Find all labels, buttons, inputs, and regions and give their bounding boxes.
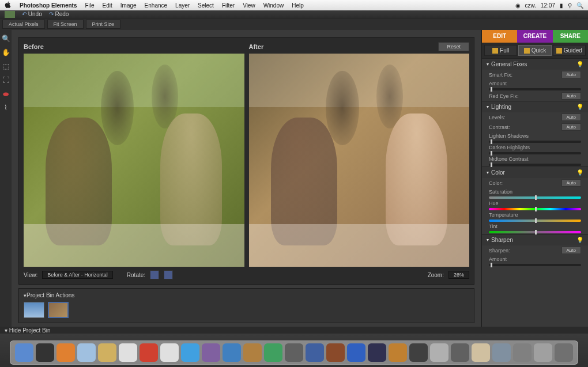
- dock-app-icon[interactable]: [77, 343, 96, 362]
- tip-icon[interactable]: 💡: [576, 104, 583, 110]
- amount-slider[interactable]: [489, 88, 581, 90]
- smart-fix-auto-button[interactable]: Auto: [561, 71, 581, 78]
- temperature-slider[interactable]: [489, 220, 581, 222]
- menu-file[interactable]: File: [85, 2, 94, 9]
- reset-button[interactable]: Reset: [438, 42, 469, 51]
- hue-slider[interactable]: [489, 208, 581, 210]
- tab-create[interactable]: CREATE: [517, 30, 552, 43]
- crop-tool-icon[interactable]: ⛶: [2, 76, 10, 84]
- mode-quick[interactable]: Quick: [518, 45, 551, 56]
- tip-icon[interactable]: 💡: [576, 237, 583, 243]
- menu-filter[interactable]: Filter: [222, 2, 235, 9]
- dock-app-icon[interactable]: [202, 343, 220, 362]
- bluetooth-icon[interactable]: ⚲: [568, 2, 572, 9]
- levels-auto-button[interactable]: Auto: [561, 113, 581, 121]
- tab-edit[interactable]: EDIT: [482, 30, 517, 43]
- dock-app-icon[interactable]: [98, 343, 116, 362]
- dock-app-icon[interactable]: [492, 343, 511, 362]
- menu-enhance[interactable]: Enhance: [145, 2, 167, 9]
- dock-app-icon[interactable]: [534, 343, 552, 362]
- zoom-value[interactable]: 26%: [448, 271, 469, 279]
- section-header[interactable]: Color💡: [482, 167, 588, 178]
- dock-app-icon[interactable]: [264, 343, 282, 362]
- mode-guided[interactable]: Guided: [553, 45, 586, 56]
- hide-bin-button[interactable]: ▾ Hide Project Bin: [5, 327, 50, 334]
- dock-app-icon[interactable]: [285, 343, 303, 362]
- contrast-auto-button[interactable]: Auto: [561, 123, 581, 131]
- dock-app-icon[interactable]: [430, 343, 448, 362]
- section-header[interactable]: Sharpen💡: [482, 234, 588, 245]
- undo-button[interactable]: ↶ Undo: [22, 11, 42, 17]
- tab-share[interactable]: SHARE: [553, 30, 588, 43]
- dock-app-icon[interactable]: [181, 343, 199, 362]
- tip-icon[interactable]: 💡: [576, 169, 583, 176]
- midtone-slider[interactable]: [489, 164, 581, 166]
- dock-app-icon[interactable]: [555, 343, 573, 362]
- section-header[interactable]: General Fixes💡: [482, 59, 588, 70]
- hand-tool-icon[interactable]: ✋: [2, 48, 10, 56]
- apple-icon[interactable]: [5, 1, 12, 9]
- rotate-cw-icon[interactable]: [164, 270, 173, 279]
- sharpen-auto-button[interactable]: Auto: [561, 247, 581, 254]
- tint-slider[interactable]: [489, 231, 581, 233]
- darken-slider[interactable]: [489, 152, 581, 154]
- section-sharpen: Sharpen💡 Sharpen:Auto Amount: [482, 234, 588, 267]
- redeye-tool-icon[interactable]: ⬬: [2, 90, 10, 98]
- full-icon: [492, 48, 498, 54]
- menu-layer[interactable]: Layer: [175, 2, 190, 9]
- dock-app-icon[interactable]: [119, 343, 137, 362]
- dock-app-icon[interactable]: [160, 343, 179, 362]
- rotate-ccw-icon[interactable]: [150, 270, 159, 279]
- fit-screen-button[interactable]: Fit Screen: [47, 20, 84, 29]
- mode-full[interactable]: Full: [484, 45, 517, 56]
- bin-thumb[interactable]: [24, 302, 44, 318]
- print-size-button[interactable]: Print Size: [86, 20, 121, 29]
- lighten-slider[interactable]: [489, 141, 581, 143]
- redeye-label: Red Eye Fix:: [489, 93, 559, 99]
- dock-app-icon[interactable]: [223, 343, 241, 362]
- dock-app-icon[interactable]: [306, 343, 324, 362]
- dock-app-icon[interactable]: [389, 343, 407, 362]
- app-name[interactable]: Photoshop Elements: [20, 2, 77, 9]
- redo-button[interactable]: ↷ Redo: [49, 11, 69, 17]
- dock-app-icon[interactable]: [409, 343, 428, 362]
- brush-tool-icon[interactable]: ⌇: [2, 104, 10, 112]
- menu-select[interactable]: Select: [198, 2, 214, 9]
- before-image[interactable]: [24, 54, 244, 267]
- dock-app-icon[interactable]: [451, 343, 469, 362]
- after-image[interactable]: [249, 54, 470, 267]
- view-mode-select[interactable]: Before & After - Horizontal: [42, 271, 113, 279]
- dock-app-icon[interactable]: [347, 343, 365, 362]
- bin-header[interactable]: ▾ Project Bin Actions: [21, 291, 472, 300]
- section-header[interactable]: Lighting💡: [482, 101, 588, 112]
- dock-app-icon[interactable]: [36, 343, 54, 362]
- menu-help[interactable]: Help: [292, 2, 304, 9]
- menu-view[interactable]: View: [243, 2, 255, 9]
- dock-app-icon[interactable]: [472, 343, 490, 362]
- spotlight-icon[interactable]: 🔍: [576, 2, 583, 9]
- saturation-slider[interactable]: [489, 196, 581, 199]
- dock-app-icon[interactable]: [243, 343, 262, 362]
- bin-thumb[interactable]: [48, 302, 69, 318]
- actual-pixels-button[interactable]: Actual Pixels: [2, 20, 45, 29]
- status-icon[interactable]: ◉: [515, 2, 521, 9]
- color-auto-button[interactable]: Auto: [561, 179, 581, 187]
- dock-app-icon[interactable]: [368, 343, 386, 362]
- dock-app-icon[interactable]: [326, 343, 345, 362]
- menu-window[interactable]: Window: [263, 2, 284, 9]
- dock-app-icon[interactable]: [513, 343, 532, 362]
- smart-fix-label: Smart Fix:: [489, 72, 559, 78]
- menu-image[interactable]: Image: [120, 2, 137, 9]
- section-general-fixes: General Fixes💡 Smart Fix:Auto Amount Red…: [482, 58, 588, 101]
- sharpen-slider[interactable]: [489, 264, 581, 266]
- zoom-tool-icon[interactable]: 🔍: [2, 35, 10, 43]
- battery-icon[interactable]: ▮: [560, 2, 563, 9]
- tip-icon[interactable]: 💡: [576, 61, 583, 67]
- dock-app-icon[interactable]: [140, 343, 158, 362]
- redeye-auto-button[interactable]: Auto: [561, 92, 581, 100]
- dock-app-icon[interactable]: [15, 343, 33, 362]
- document-thumb[interactable]: [5, 11, 15, 18]
- menu-edit[interactable]: Edit: [103, 2, 112, 9]
- dock-app-icon[interactable]: [56, 343, 75, 362]
- selection-tool-icon[interactable]: ⬚: [2, 62, 10, 70]
